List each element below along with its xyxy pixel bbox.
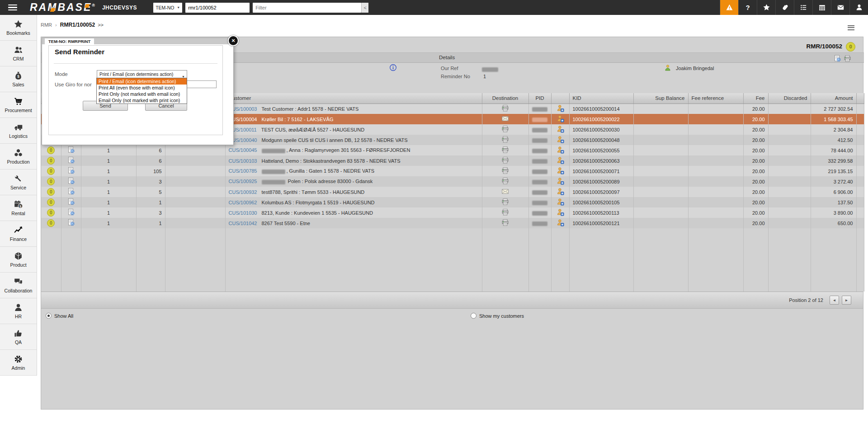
prev-page-button[interactable]: ◄ xyxy=(830,296,839,305)
breadcrumb-root[interactable]: RMR xyxy=(41,22,52,28)
column-header-pid[interactable]: PID xyxy=(528,93,551,104)
topbar-calendar-icon[interactable] xyxy=(812,0,831,15)
column-header-customer[interactable]: Customer xyxy=(225,93,482,104)
sidebar-item-hr[interactable]: HR xyxy=(0,298,37,324)
mode-option[interactable]: Print / Email (icon determines action) xyxy=(97,78,187,85)
info-icon[interactable] xyxy=(389,64,397,73)
user-plus-icon[interactable] xyxy=(557,188,564,195)
user-plus-icon[interactable] xyxy=(557,115,564,122)
topbar-star-icon[interactable] xyxy=(757,0,775,15)
sidebar-item-finance[interactable]: Finance xyxy=(0,221,37,247)
rambase-logo[interactable]: RAMBASE® xyxy=(30,1,95,14)
sidebar-item-crm[interactable]: CRM xyxy=(0,41,37,66)
scope-select[interactable]: TEM-NO▼ xyxy=(153,3,182,13)
column-header-destination[interactable]: Destination xyxy=(482,93,528,104)
customer-link[interactable]: CUS/100103 xyxy=(229,158,257,164)
filter-input[interactable] xyxy=(253,3,361,13)
customer-link[interactable]: CUS/100785 xyxy=(229,168,257,174)
settings-doc-icon[interactable] xyxy=(834,55,841,64)
sidebar-item-logistics[interactable]: Logistics xyxy=(0,118,37,144)
topbar-alert-icon[interactable] xyxy=(720,0,738,15)
sidebar-item-bookmarks[interactable]: Bookmarks xyxy=(0,15,37,41)
sidebar-item-production[interactable]: Production xyxy=(0,144,37,170)
doc-gear-icon[interactable] xyxy=(67,198,75,206)
sidebar-item-service[interactable]: Service xyxy=(0,170,37,195)
user-plus-icon[interactable] xyxy=(557,146,564,154)
column-header-fee[interactable]: Fee xyxy=(743,93,768,104)
doc-gear-icon[interactable] xyxy=(67,208,75,216)
show-my-customers-radio[interactable]: Show my customers xyxy=(471,313,524,319)
user-plus-icon[interactable] xyxy=(557,219,564,226)
table-row[interactable]: 016CUS/100103Hatteland, Demo : Stokkastr… xyxy=(41,155,864,166)
column-header-sup-balance[interactable]: Sup Balance xyxy=(633,93,688,104)
mode-option[interactable]: Print All (even those with email icon) xyxy=(97,85,187,91)
table-row[interactable]: 011CUS/1010428267 Test 5590 - Etne100266… xyxy=(41,218,864,228)
collapse-filter-button[interactable]: < xyxy=(361,3,368,13)
doc-gear-icon[interactable] xyxy=(67,188,75,195)
column-header-fee-reference[interactable]: Fee reference xyxy=(688,93,743,104)
sidebar-item-rental[interactable]: $Rental xyxy=(0,195,37,221)
customer-cell: CUS/100962Kolumbus AS : Flotmyrgata 1 55… xyxy=(225,197,482,207)
table-row[interactable]: 013CUS/1010308213, Kunde : Kundeveien 1 … xyxy=(41,207,864,218)
close-icon[interactable]: × xyxy=(228,35,239,46)
topbar-person-icon[interactable] xyxy=(849,0,868,15)
table-row[interactable]: 011CUS/100962Kolumbus AS : Flotmyrgata 1… xyxy=(41,197,864,207)
sidebar-item-qa[interactable]: QA xyxy=(0,324,37,350)
next-page-button[interactable]: ► xyxy=(842,296,851,305)
topbar-help-icon[interactable]: ? xyxy=(738,0,757,15)
print-icon[interactable] xyxy=(844,55,851,64)
sidebar-item-procurement[interactable]: Procurement xyxy=(0,92,37,118)
sidebar-item-product[interactable]: Product xyxy=(0,247,37,273)
customer-link[interactable]: CUS/100932 xyxy=(229,189,257,195)
show-all-radio[interactable]: Show All xyxy=(46,313,73,319)
mode-option[interactable]: Email Only (not marked with print icon) xyxy=(97,97,187,104)
cube-icon xyxy=(14,251,23,261)
assignee-icon xyxy=(664,64,671,73)
pid-cell xyxy=(528,187,551,197)
customer-link[interactable]: CUS/100962 xyxy=(229,200,257,205)
topbar-paperclip-icon[interactable] xyxy=(775,0,794,15)
table-row[interactable]: 015CUS/100932test8788, Sprithi : Tømm 55… xyxy=(41,187,864,197)
table-row[interactable]: 013CUS/100925 Polen : Polsk adresse 8300… xyxy=(41,176,864,187)
breadcrumb-current[interactable]: RMR1/100052 xyxy=(60,22,95,28)
customer-link[interactable]: CUS/101042 xyxy=(229,221,257,226)
column-header-discarded[interactable]: Discarded xyxy=(768,93,811,104)
destination-cell xyxy=(482,166,528,176)
doc-gear-icon[interactable] xyxy=(67,156,75,164)
user-plus-icon[interactable] xyxy=(557,208,564,216)
user-plus-icon[interactable] xyxy=(557,125,564,133)
user-plus-icon[interactable] xyxy=(557,198,564,206)
user-plus-icon[interactable] xyxy=(557,177,564,185)
context-menu-icon[interactable] xyxy=(848,24,854,31)
document-badge[interactable]: 0 xyxy=(846,42,855,52)
table-row[interactable]: 01105CUS/100785, Gunilla : Gaten 1 5578 … xyxy=(41,166,864,176)
topbar-list-icon[interactable] xyxy=(794,0,812,15)
user-plus-icon[interactable] xyxy=(557,156,564,164)
filter-radios: Show All Show my customers xyxy=(41,313,863,323)
table-row[interactable]: 016CUS/100045, Anna : Raglamyrvegen 301 … xyxy=(41,145,864,155)
customer-link[interactable]: CUS/101030 xyxy=(229,210,257,216)
column-header-amount[interactable]: Amount xyxy=(811,93,856,104)
amount-cell: 332 299.58 xyxy=(811,155,856,166)
customer-link[interactable]: CUS/100925 xyxy=(229,179,257,184)
breadcrumb-bar: RMR›RMR1/100052>> xyxy=(37,15,868,37)
doc-gear-icon[interactable] xyxy=(67,146,75,154)
sidebar-item-label: Production xyxy=(7,159,29,165)
doc-gear-icon[interactable] xyxy=(67,177,75,185)
user-plus-icon[interactable] xyxy=(557,104,564,112)
user-plus-icon[interactable] xyxy=(557,136,564,143)
doc-gear-icon[interactable] xyxy=(67,167,75,174)
pid-cell xyxy=(528,104,551,114)
sidebar-item-admin[interactable]: Admin xyxy=(0,350,37,376)
column-header-kid[interactable]: KID xyxy=(569,93,633,104)
topbar-mail-icon[interactable] xyxy=(831,0,849,15)
sidebar-item-sales[interactable]: $Sales xyxy=(0,66,37,92)
assignee-name[interactable]: Joakim Bringedal xyxy=(676,66,714,71)
user-plus-icon[interactable] xyxy=(557,167,564,174)
customer-link[interactable]: CUS/100045 xyxy=(229,147,257,153)
sidebar-item-collaboration[interactable]: Collaboration xyxy=(0,273,37,298)
mode-option[interactable]: Print Only (not marked with email icon) xyxy=(97,91,187,97)
doc-gear-icon[interactable] xyxy=(67,219,75,226)
search-input[interactable] xyxy=(185,3,250,13)
menu-icon[interactable] xyxy=(8,3,17,12)
